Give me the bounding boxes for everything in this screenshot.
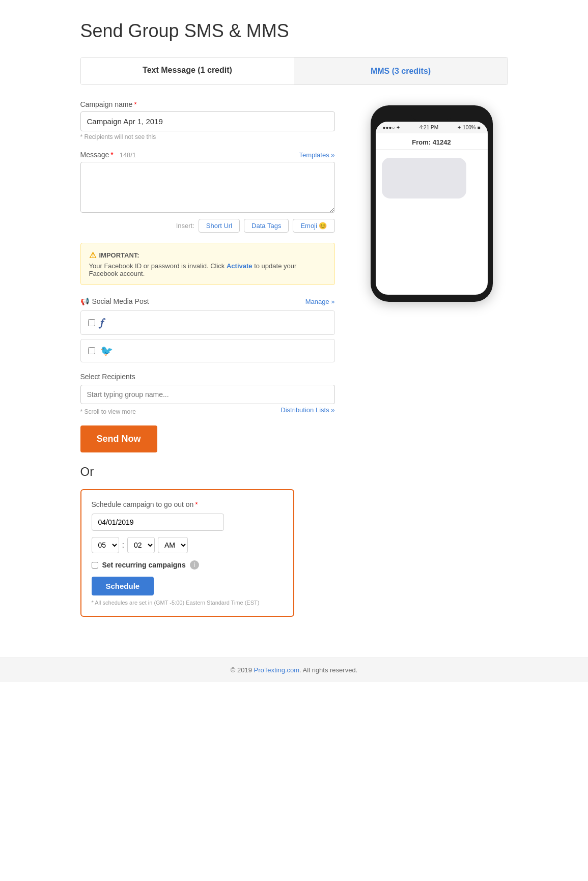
insert-label: Insert: — [176, 222, 194, 230]
status-left: ●●●○ ✦ — [383, 125, 401, 130]
megaphone-icon: 📢 — [80, 297, 89, 305]
status-right: ✦ 100% ■ — [457, 125, 480, 130]
twitter-icon: 🐦 — [100, 345, 113, 357]
phone-notch — [411, 112, 452, 120]
schedule-label: Schedule campaign to go out on* — [92, 500, 283, 508]
data-tags-button[interactable]: Data Tags — [244, 219, 289, 233]
twitter-checkbox[interactable] — [88, 347, 95, 354]
recipients-footer: * Scroll to view more Distribution Lists… — [80, 406, 335, 415]
message-header: Message* 148/1 Templates » — [80, 151, 335, 159]
message-textarea[interactable] — [80, 162, 335, 213]
social-media-section: 📢 Social Media Post Manage » 𝑓 🐦 — [80, 297, 335, 362]
main-content: Campaign name* * Recipients will not see… — [80, 100, 508, 637]
facebook-item: 𝑓 — [80, 310, 335, 335]
tab-mms[interactable]: MMS (3 credits) — [294, 58, 508, 84]
required-star: * — [134, 100, 136, 108]
time-colon: : — [122, 541, 124, 550]
message-group: Message* 148/1 Templates » Insert: Short… — [80, 151, 335, 233]
facebook-icon: 𝑓 — [100, 316, 103, 329]
tab-sms[interactable]: Text Message (1 credit) — [81, 58, 294, 84]
ampm-select[interactable]: AM PM — [158, 537, 188, 553]
templates-link[interactable]: Templates » — [299, 151, 334, 159]
footer: © 2019 ProTexting.com. All rights reserv… — [0, 658, 588, 682]
schedule-note: * All schedules are set in (GMT -5:00) E… — [92, 600, 283, 606]
campaign-name-label: Campaign name* — [80, 100, 335, 108]
warning-icon: ⚠ — [89, 250, 96, 260]
or-divider: Or — [80, 465, 335, 479]
phone-status-bar: ●●●○ ✦ 4:21 PM ✦ 100% ■ — [376, 122, 488, 133]
twitter-item: 🐦 — [80, 339, 335, 362]
warning-box: ⚠ IMPORTANT: Your Facebook ID or passwor… — [80, 243, 335, 285]
activate-link[interactable]: Activate — [227, 262, 253, 270]
minute-select[interactable]: 02 — [127, 537, 155, 553]
social-header: 📢 Social Media Post Manage » — [80, 297, 335, 305]
status-center: 4:21 PM — [419, 125, 438, 130]
time-row: 05 : 02 AM PM — [92, 537, 283, 553]
hour-select[interactable]: 05 — [92, 537, 119, 553]
distribution-lists-link[interactable]: Distribution Lists » — [281, 406, 334, 415]
recipients-section: Select Recipients * Scroll to view more … — [80, 373, 335, 415]
recurring-label: Set recurring campaigns — [102, 561, 186, 569]
send-now-button[interactable]: Send Now — [80, 425, 157, 452]
emoji-button[interactable]: Emoji 😊 — [293, 219, 334, 233]
short-url-button[interactable]: Short Url — [199, 219, 240, 233]
campaign-name-hint: * Recipients will not see this — [80, 133, 335, 140]
recurring-row: Set recurring campaigns i — [92, 560, 283, 570]
recipients-label: Select Recipients — [80, 373, 335, 381]
message-label: Message* 148/1 — [80, 151, 136, 159]
phone-from: From: 41242 — [376, 133, 488, 150]
schedule-date-input[interactable] — [92, 514, 224, 531]
warning-title: ⚠ IMPORTANT: — [89, 250, 326, 260]
left-column: Campaign name* * Recipients will not see… — [80, 100, 335, 637]
recipients-input[interactable] — [80, 385, 335, 404]
facebook-checkbox[interactable] — [88, 319, 95, 326]
schedule-button[interactable]: Schedule — [92, 577, 154, 595]
char-count: 148/1 — [120, 151, 136, 159]
manage-link[interactable]: Manage » — [305, 298, 335, 305]
info-icon[interactable]: i — [190, 560, 199, 570]
phone-mockup: ●●●○ ✦ 4:21 PM ✦ 100% ■ From: 41242 — [371, 105, 493, 302]
recurring-checkbox[interactable] — [92, 562, 98, 569]
campaign-name-input[interactable] — [80, 111, 335, 131]
phone-screen: ●●●○ ✦ 4:21 PM ✦ 100% ■ From: 41242 — [376, 122, 488, 295]
scroll-hint: * Scroll to view more — [80, 408, 136, 415]
social-title: 📢 Social Media Post — [80, 297, 149, 305]
schedule-box: Schedule campaign to go out on* 05 : 02 … — [80, 489, 294, 617]
phone-bubble-area — [376, 150, 488, 251]
insert-row: Insert: Short Url Data Tags Emoji 😊 — [80, 219, 335, 233]
campaign-name-group: Campaign name* * Recipients will not see… — [80, 100, 335, 140]
tab-row: Text Message (1 credit) MMS (3 credits) — [80, 57, 508, 85]
warning-text: Your Facebook ID or password is invalid.… — [89, 262, 326, 277]
page-title: Send Group SMS & MMS — [80, 20, 508, 42]
right-column: ●●●○ ✦ 4:21 PM ✦ 100% ■ From: 41242 — [355, 100, 508, 637]
phone-bubble — [382, 158, 467, 198]
footer-link[interactable]: ProTexting.com — [254, 666, 299, 674]
